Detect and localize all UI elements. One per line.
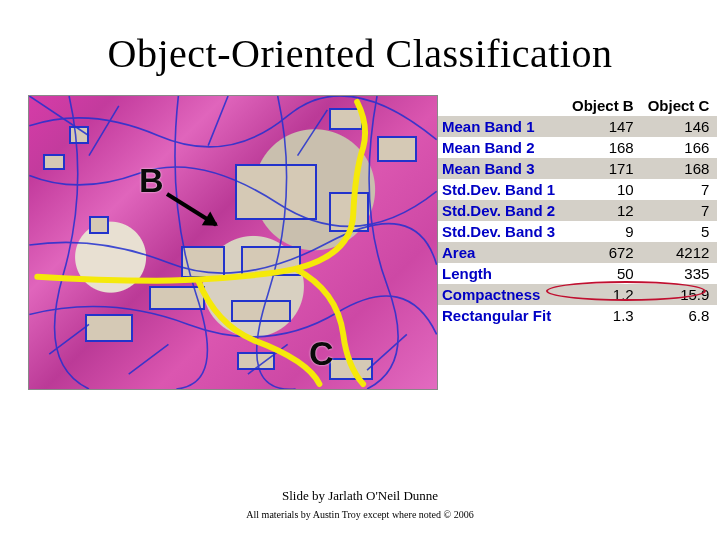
row-label: Std.Dev. Band 2 [438,200,566,221]
value-object-b: 10 [566,179,642,200]
row-label: Area [438,242,566,263]
row-label: Mean Band 1 [438,116,566,137]
value-object-b: 50 [566,263,642,284]
row-label: Mean Band 2 [438,137,566,158]
value-object-c: 15.9 [642,284,718,305]
slide-body: B C Object B Object C Mean Band 1147146M… [0,95,720,390]
table-row: Mean Band 1147146 [438,116,717,137]
marker-b-label: B [139,161,164,200]
value-object-c: 4212 [642,242,718,263]
col-object-c: Object C [642,95,718,116]
col-metric [438,95,566,116]
value-object-b: 147 [566,116,642,137]
marker-c-label: C [309,334,334,373]
object-stats-table: Object B Object C Mean Band 1147146Mean … [438,95,717,326]
segmented-aerial-image: B C [28,95,438,390]
table-row: Rectangular Fit1.36.8 [438,305,717,326]
table-row: Std.Dev. Band 2127 [438,200,717,221]
value-object-c: 166 [642,137,718,158]
value-object-c: 6.8 [642,305,718,326]
row-label: Mean Band 3 [438,158,566,179]
segmentation-overlay [29,96,437,389]
table-row: Mean Band 3171168 [438,158,717,179]
value-object-c: 7 [642,200,718,221]
value-object-b: 9 [566,221,642,242]
row-label: Length [438,263,566,284]
table-header-row: Object B Object C [438,95,717,116]
value-object-b: 672 [566,242,642,263]
col-object-b: Object B [566,95,642,116]
row-label: Rectangular Fit [438,305,566,326]
row-label: Std.Dev. Band 1 [438,179,566,200]
value-object-b: 1.3 [566,305,642,326]
table-row: Std.Dev. Band 1107 [438,179,717,200]
table-row: Std.Dev. Band 395 [438,221,717,242]
table-row: Area6724212 [438,242,717,263]
table-row: Mean Band 2168166 [438,137,717,158]
value-object-c: 146 [642,116,718,137]
slide-title: Object-Oriented Classification [0,0,720,77]
value-object-c: 168 [642,158,718,179]
table-row: Compactness1.215.9 [438,284,717,305]
slide-credit: Slide by Jarlath O'Neil Dunne [0,488,720,504]
value-object-c: 335 [642,263,718,284]
table-row: Length50335 [438,263,717,284]
object-stats-table-wrap: Object B Object C Mean Band 1147146Mean … [438,95,717,326]
value-object-b: 168 [566,137,642,158]
value-object-b: 171 [566,158,642,179]
value-object-c: 5 [642,221,718,242]
row-label: Std.Dev. Band 3 [438,221,566,242]
value-object-b: 12 [566,200,642,221]
value-object-b: 1.2 [566,284,642,305]
slide-copyright: All materials by Austin Troy except wher… [0,509,720,520]
row-label: Compactness [438,284,566,305]
value-object-c: 7 [642,179,718,200]
